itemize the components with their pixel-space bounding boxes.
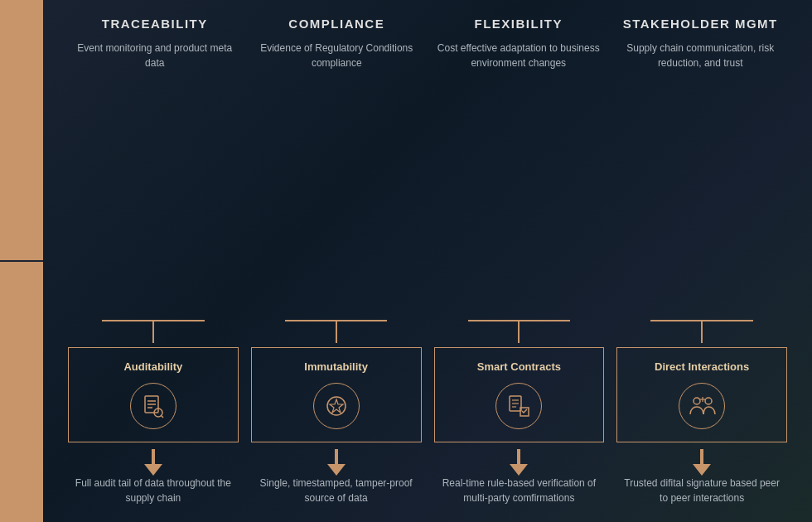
arrow-1 [68, 447, 239, 476]
capability-box-stakeholder: Direct Interactions [616, 347, 787, 442]
col-header-stakeholder: STAKEHOLDER MGMT [614, 17, 788, 31]
svg-marker-18 [327, 464, 346, 476]
tc-3 [434, 320, 605, 343]
col-header-compliance: COMPLIANCE [250, 17, 424, 31]
cap-title-traceability: Auditability [77, 360, 230, 373]
svg-rect-15 [152, 449, 155, 466]
cap-icon-traceability [130, 383, 176, 429]
cap-icon-compliance [313, 383, 360, 429]
arrow-down-icon [144, 449, 162, 476]
left-labels [0, 0, 43, 522]
arrow-4 [616, 447, 787, 476]
main-container: TRACEABILITYCOMPLIANCEFLEXIBILITYSTAKEHO… [0, 0, 812, 522]
cap-icon-flexibility [495, 383, 542, 429]
cap-icon-stakeholder [679, 383, 725, 429]
capability-box-compliance: Immutability [251, 347, 422, 442]
svg-rect-21 [700, 449, 703, 466]
bottom-connectors [68, 447, 787, 476]
col-header-traceability: TRACEABILITY [68, 17, 242, 31]
svg-marker-20 [510, 464, 528, 476]
col-header-flexibility: FLEXIBILITY [432, 17, 606, 31]
challenge-descriptions: Event monitoring and product meta dataEv… [68, 41, 787, 320]
svg-rect-19 [517, 449, 520, 466]
blockchain-label [0, 262, 43, 522]
svg-marker-16 [144, 464, 162, 476]
top-connectors [68, 320, 787, 343]
tc-4 [616, 320, 787, 343]
content-area: TRACEABILITYCOMPLIANCEFLEXIBILITYSTAKEHO… [43, 0, 812, 522]
capability-boxes: Auditability Immutability Smart Contract… [68, 343, 787, 447]
svg-rect-17 [335, 449, 338, 466]
capability-box-flexibility: Smart Contracts [434, 347, 605, 442]
svg-point-12 [705, 398, 712, 404]
challenge-desc-stakeholder: Supply chain communication, risk reducti… [614, 41, 788, 70]
arrow-2 [251, 447, 422, 476]
challenge-desc-traceability: Event monitoring and product meta data [68, 41, 242, 70]
tc-1 [68, 320, 239, 343]
svg-point-11 [694, 398, 700, 404]
outcome-descriptions: Full audit tail of data throughout the s… [68, 476, 787, 505]
capability-box-traceability: Auditability [68, 347, 239, 442]
challenge-desc-compliance: Evidence of Regulatory Conditions compli… [250, 41, 424, 70]
outcome-desc-stakeholder: Trusted difital signature based peer to … [616, 476, 787, 505]
challenges-label [0, 0, 43, 262]
cap-title-compliance: Immutability [260, 360, 413, 373]
arrow-down-icon [510, 449, 528, 476]
arrow-3 [434, 447, 605, 476]
cap-title-flexibility: Smart Contracts [443, 360, 596, 373]
arrow-down-icon [327, 449, 346, 476]
svg-marker-22 [693, 464, 711, 476]
outcome-desc-traceability: Full audit tail of data throughout the s… [68, 476, 239, 505]
outcome-desc-flexibility: Real-time rule-based verification of mul… [434, 476, 605, 505]
arrow-down-icon [693, 449, 711, 476]
challenge-desc-flexibility: Cost effective adaptation to business en… [432, 41, 606, 70]
svg-line-5 [161, 416, 163, 418]
column-headers: TRACEABILITYCOMPLIANCEFLEXIBILITYSTAKEHO… [68, 17, 787, 31]
tc-2 [251, 320, 422, 343]
cap-title-stakeholder: Direct Interactions [626, 360, 778, 373]
outcome-desc-compliance: Single, timestamped, tamper-proof source… [251, 476, 422, 505]
